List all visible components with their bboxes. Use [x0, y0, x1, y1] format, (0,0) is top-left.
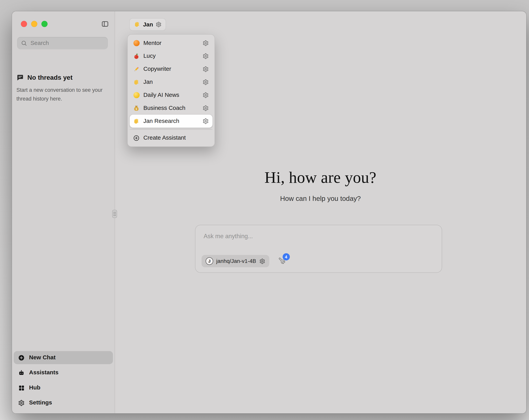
menu-item-lucy[interactable]: Lucy	[130, 50, 212, 63]
search-box	[17, 37, 108, 49]
zoom-button[interactable]	[41, 21, 48, 27]
sidebar-toggle-button[interactable]	[101, 20, 109, 28]
pencil-icon	[133, 66, 140, 72]
model-selector-button[interactable]: J janhq/Jan-v1-4B	[202, 255, 269, 267]
assistant-settings-button[interactable]	[201, 64, 210, 74]
gear-icon	[203, 66, 209, 72]
menu-item-label: Mentor	[143, 40, 197, 46]
close-button[interactable]	[21, 21, 27, 27]
sidebar-item-settings[interactable]: Settings	[13, 396, 113, 409]
chat-bubble-icon	[16, 74, 24, 81]
tools-button[interactable]: 4	[278, 257, 285, 265]
hub-grid-icon	[18, 384, 25, 391]
search-icon	[21, 40, 27, 46]
model-name: janhq/Jan-v1-4B	[216, 258, 256, 264]
assistant-settings-button[interactable]	[201, 116, 210, 126]
empty-state-description: Start a new conversation to see your thr…	[16, 86, 106, 104]
menu-item-label: Daily AI News	[143, 92, 197, 99]
gear-icon	[203, 92, 209, 98]
plus-circle-icon	[18, 354, 25, 361]
nav-label: Hub	[29, 384, 40, 391]
window-controls	[21, 21, 47, 27]
gear-icon	[203, 53, 209, 59]
assistant-settings-button[interactable]	[201, 103, 210, 113]
plus-circle-outline-icon	[133, 135, 140, 141]
empty-state-title: No threads yet	[27, 74, 73, 81]
greeting-title: Hi, how are you?	[115, 168, 526, 187]
sidebar-item-new-chat[interactable]: New Chat	[13, 351, 113, 364]
money-bag-icon	[133, 105, 140, 111]
titlebar	[12, 11, 115, 35]
tools-count-badge: 4	[282, 253, 290, 260]
gear-icon	[18, 400, 25, 406]
sidebar: No threads yet Start a new conversation …	[12, 11, 115, 413]
panel-left-icon	[101, 20, 109, 28]
chat-composer: J janhq/Jan-v1-4B 4	[195, 225, 442, 273]
greeting-block: Hi, how are you? How can I help you toda…	[115, 168, 526, 203]
menu-item-label: Jan	[143, 79, 197, 86]
menu-item-label: Business Coach	[143, 105, 197, 112]
gear-icon	[203, 79, 209, 85]
sidebar-item-assistants[interactable]: Assistants	[13, 366, 113, 379]
drag-dots-icon	[113, 211, 117, 217]
composer-toolbar: J janhq/Jan-v1-4B 4	[202, 255, 285, 267]
menu-item-mentor[interactable]: Mentor	[130, 37, 212, 50]
nav-label: New Chat	[29, 354, 56, 361]
menu-item-label: Copywriter	[143, 66, 197, 72]
assistant-settings-button[interactable]	[201, 90, 210, 100]
app-window: No threads yet Start a new conversation …	[12, 11, 526, 413]
minimize-button[interactable]	[31, 21, 37, 27]
assistant-settings-button[interactable]	[201, 77, 210, 87]
search-input[interactable]	[30, 39, 104, 47]
chat-input[interactable]	[195, 225, 442, 246]
create-assistant-label: Create Assistant	[143, 135, 210, 141]
menu-item-label: Lucy	[143, 53, 197, 59]
sidebar-item-hub[interactable]: Hub	[13, 381, 113, 394]
yellow-circle-icon	[133, 92, 140, 98]
menu-item-copywriter[interactable]: Copywriter	[130, 63, 212, 76]
nav-label: Assistants	[29, 369, 58, 376]
current-assistant-name: Jan	[143, 21, 153, 28]
assistant-menu: Mentor Lucy Copywriter Jan	[127, 34, 215, 147]
pane-resize-handle[interactable]	[112, 210, 117, 218]
assistant-selector-button[interactable]: Jan	[129, 18, 166, 31]
waving-hand-icon	[133, 79, 140, 85]
threads-empty-state: No threads yet Start a new conversation …	[16, 74, 106, 104]
gear-icon	[203, 105, 209, 111]
menu-item-jan[interactable]: Jan	[130, 76, 212, 89]
waving-hand-icon	[134, 21, 140, 27]
orange-circle-icon	[133, 40, 140, 46]
gear-icon	[203, 40, 209, 46]
menu-item-business-coach[interactable]: Business Coach	[130, 102, 212, 115]
menu-item-jan-research[interactable]: Jan Research	[130, 115, 212, 128]
nav-label: Settings	[29, 399, 52, 406]
assistant-settings-button[interactable]	[201, 51, 210, 61]
apple-icon	[133, 53, 140, 59]
menu-item-label: Jan Research	[143, 118, 197, 124]
main-area: Jan Mentor Lucy Copywriter	[115, 11, 526, 413]
gear-icon	[156, 22, 161, 27]
waving-hand-icon	[133, 118, 140, 124]
assistant-settings-button[interactable]	[201, 38, 210, 48]
menu-divider	[130, 129, 212, 130]
gear-icon	[203, 118, 209, 124]
assistants-icon	[18, 369, 25, 376]
model-avatar: J	[206, 257, 213, 265]
gear-icon	[259, 258, 265, 264]
sidebar-bottom-nav: New Chat Assistants Hub Settings	[13, 351, 113, 409]
greeting-subtitle: How can I help you today?	[115, 195, 526, 203]
create-assistant-button[interactable]: Create Assistant	[130, 131, 212, 145]
desktop: No threads yet Start a new conversation …	[0, 0, 529, 420]
menu-item-daily-ai-news[interactable]: Daily AI News	[130, 89, 212, 102]
